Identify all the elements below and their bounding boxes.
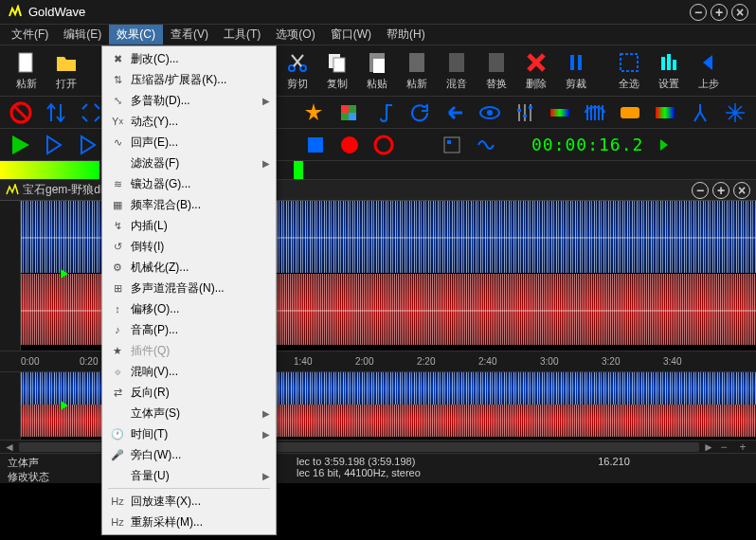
note-icon[interactable] <box>371 99 397 126</box>
scroll-right-icon[interactable]: ► <box>703 441 714 454</box>
svg-rect-22 <box>517 109 521 112</box>
play2-button[interactable] <box>42 132 68 158</box>
svg-rect-14 <box>667 54 671 70</box>
status-position: 16.210 <box>598 456 630 467</box>
delete-menu-icon: ✖ <box>108 53 127 65</box>
menu-effect-dynamics[interactable]: Yx动态(Y)... <box>102 111 276 132</box>
record-button[interactable] <box>336 132 363 158</box>
echo-icon: ∿ <box>108 136 127 149</box>
paste-new2-button[interactable]: 粘新 <box>398 48 436 94</box>
menu-effect-playback-rate[interactable]: Hz回放速率(X)... <box>102 491 276 512</box>
svg-rect-18 <box>341 105 349 113</box>
menu-help[interactable]: 帮助(H) <box>379 25 433 45</box>
svg-point-29 <box>341 136 358 153</box>
refresh-icon[interactable] <box>406 99 432 126</box>
split-icon[interactable] <box>688 99 713 126</box>
maximize-button[interactable]: + <box>711 4 728 21</box>
hz2-icon: Hz <box>108 516 127 528</box>
menu-effect-multichannel[interactable]: ⊞多声道混音器(N)... <box>102 278 276 298</box>
block-icon[interactable] <box>8 99 33 126</box>
menu-view[interactable]: 查看(V) <box>163 25 216 45</box>
copy-button[interactable]: 复制 <box>318 48 356 94</box>
stop-button[interactable] <box>302 132 329 158</box>
eye-icon[interactable] <box>477 99 502 126</box>
paste-button[interactable]: 粘贴 <box>358 48 396 94</box>
clip-icon[interactable] <box>439 132 465 158</box>
cut-button[interactable]: 剪切 <box>279 48 316 94</box>
menu-effect-resample[interactable]: Hz重新采样(M)... <box>102 512 276 532</box>
play-button[interactable] <box>8 132 34 158</box>
svg-point-30 <box>375 136 392 153</box>
star-icon[interactable] <box>301 99 327 126</box>
svg-rect-27 <box>656 107 675 118</box>
gear-icon: ⚙ <box>108 261 127 274</box>
sparkle-icon[interactable] <box>723 99 748 126</box>
arrow-left-icon[interactable] <box>441 99 467 126</box>
menu-effect-invert[interactable]: ⇄反向(R) <box>102 382 276 403</box>
delete-button[interactable]: 删除 <box>517 48 555 94</box>
menu-effect-reverse[interactable]: ↺倒转(I) <box>102 236 276 257</box>
play3-button[interactable] <box>76 132 102 158</box>
reverse-icon: ↺ <box>108 241 127 253</box>
menu-effect-delete[interactable]: ✖删改(C)... <box>102 48 276 69</box>
paste-new-button[interactable]: 粘新 <box>8 48 45 94</box>
mix-button[interactable]: 混音 <box>438 48 476 94</box>
doc-maximize-button[interactable]: + <box>712 182 729 199</box>
gate-icon[interactable] <box>582 99 607 126</box>
time-display: 00:00:16.2 <box>524 135 651 154</box>
record2-button[interactable] <box>370 132 397 158</box>
menu-effect-voice[interactable]: 🎤旁白(W)... <box>102 444 276 465</box>
expand-icon[interactable] <box>78 99 103 126</box>
menu-effect-filter[interactable]: 滤波器(F)▶ <box>102 153 276 173</box>
clock-icon: 🕐 <box>108 428 127 441</box>
menu-edit[interactable]: 编辑(E) <box>56 25 109 45</box>
menu-effect-time[interactable]: 🕐时间(T)▶ <box>102 423 276 444</box>
effect-menu-dropdown: ✖删改(C)... ⇅压缩器/扩展器(K)... ⤡多普勒(D)...▶ Yx动… <box>101 45 277 535</box>
prev-button[interactable]: 上步 <box>690 48 728 94</box>
menu-effect-offset[interactable]: ↕偏移(O)... <box>102 298 276 319</box>
menu-effect-flange[interactable]: ≋镶边器(G)... <box>102 173 276 194</box>
trim-button[interactable]: 剪裁 <box>557 48 595 94</box>
menu-window[interactable]: 窗口(W) <box>323 25 379 45</box>
settings-button[interactable]: 设置 <box>650 48 688 94</box>
close-button[interactable]: × <box>731 4 748 21</box>
doc-close-button[interactable]: × <box>733 182 750 199</box>
menu-effect-volume[interactable]: 音量(U)▶ <box>102 465 276 486</box>
menu-effect-pitch[interactable]: ♪音高(P)... <box>102 319 276 340</box>
sliders-icon[interactable] <box>512 99 537 126</box>
menu-file[interactable]: 文件(F) <box>4 25 56 45</box>
minimize-button[interactable]: − <box>690 4 707 21</box>
interp-icon: ↯ <box>108 220 127 232</box>
zoom-out-icon[interactable]: − <box>714 441 733 454</box>
zoom-in-icon[interactable]: + <box>733 441 752 454</box>
svg-point-21 <box>487 110 493 116</box>
menu-tool[interactable]: 工具(T) <box>216 25 268 45</box>
svg-rect-10 <box>570 55 574 70</box>
cube-icon[interactable] <box>336 99 362 126</box>
menu-effect-reverb[interactable]: ⟐混响(V)... <box>102 361 276 382</box>
status-stereo: 立体声 <box>8 456 92 470</box>
menu-effect-compressor[interactable]: ⇅压缩器/扩展器(K)... <box>102 69 276 90</box>
menu-effect-interpolate[interactable]: ↯内插(L) <box>102 215 276 236</box>
wave-icon[interactable] <box>473 132 499 158</box>
open-button[interactable]: 打开 <box>47 48 85 94</box>
menu-option[interactable]: 选项(O) <box>268 25 322 45</box>
spectrum-icon[interactable] <box>547 99 572 126</box>
doc-minimize-button[interactable]: − <box>692 182 709 199</box>
swap-icon[interactable] <box>43 99 68 126</box>
compressor-icon: ⇅ <box>108 74 127 86</box>
menu-effect-doppler[interactable]: ⤡多普勒(D)...▶ <box>102 90 276 111</box>
hz-icon: Hz <box>108 495 127 507</box>
spectrum2-icon[interactable] <box>653 99 678 126</box>
menu-effect-stereo[interactable]: 立体声(S)▶ <box>102 403 276 423</box>
svg-rect-31 <box>444 137 459 153</box>
menu-effect-freq-blend[interactable]: ▦频率混合(B)... <box>102 194 276 215</box>
menu-effect-mechanize[interactable]: ⚙机械化(Z)... <box>102 257 276 278</box>
menu-effect[interactable]: 效果(C) <box>109 25 163 45</box>
select-all-button[interactable]: 全选 <box>610 48 648 94</box>
flange-icon: ≋ <box>108 178 127 190</box>
replace-button[interactable]: 替换 <box>477 48 515 94</box>
badge-icon[interactable] <box>618 99 643 126</box>
scroll-left-icon[interactable]: ◄ <box>4 441 15 454</box>
menu-effect-echo[interactable]: ∿回声(E)... <box>102 132 276 153</box>
